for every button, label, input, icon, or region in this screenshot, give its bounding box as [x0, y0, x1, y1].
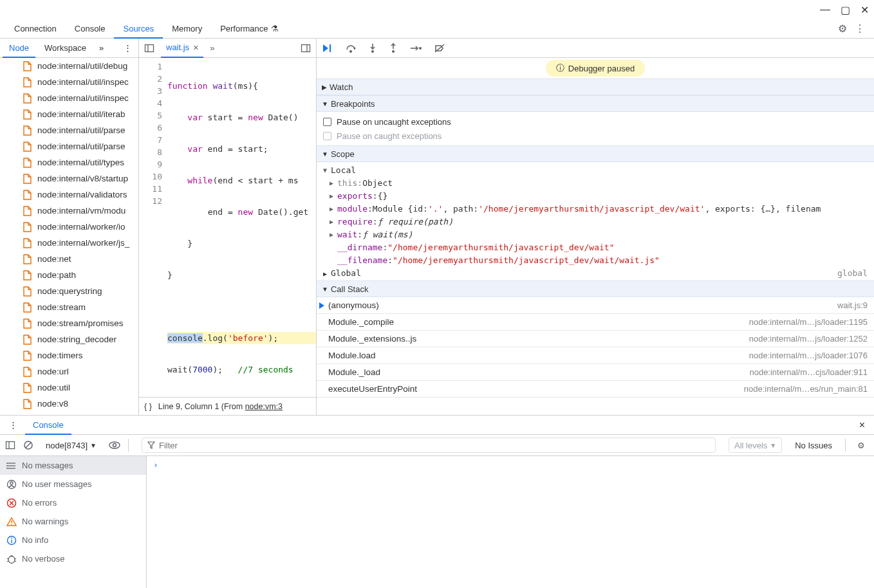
- file-tree-item[interactable]: node:internal/util/types: [0, 154, 138, 170]
- file-tree-item[interactable]: node:timers: [0, 347, 138, 363]
- file-tree-item[interactable]: node:net: [0, 251, 138, 267]
- drawer-menu-icon[interactable]: ⋮: [5, 420, 21, 430]
- file-tree-item[interactable]: node:internal/util/iterab: [0, 106, 138, 122]
- context-selector[interactable]: node[8743]▼: [41, 439, 101, 452]
- file-tree-item[interactable]: node:internal/util/inspec: [0, 90, 138, 106]
- editor-tab-waitjs[interactable]: wait.js ×: [161, 39, 203, 58]
- tab-performance[interactable]: Performance⚗: [211, 19, 287, 39]
- file-tree-item[interactable]: node:url: [0, 363, 138, 380]
- deactivate-breakpoints-button[interactable]: [434, 43, 445, 53]
- file-icon: [23, 93, 32, 104]
- callstack-frame[interactable]: (anonymous)wait.js:9: [317, 297, 874, 314]
- tab-console[interactable]: Console: [66, 19, 115, 39]
- step-into-button[interactable]: [368, 43, 377, 53]
- callstack-frame[interactable]: Module._compilenode:internal/m…js/loader…: [317, 314, 874, 331]
- scope-wait[interactable]: ▶wait: ƒ wait(ms): [317, 228, 874, 241]
- drawer-tab-console[interactable]: Console: [25, 416, 71, 435]
- filter-field[interactable]: [159, 441, 710, 450]
- step-button[interactable]: [409, 43, 422, 53]
- navtab-overflow[interactable]: »: [95, 43, 107, 53]
- file-tree-item[interactable]: node:path: [0, 267, 138, 283]
- tab-memory[interactable]: Memory: [163, 19, 211, 39]
- file-tree-item[interactable]: node:vm: [0, 412, 138, 415]
- file-tree-item[interactable]: node:internal/v8/startup: [0, 170, 138, 187]
- toggle-debugger-icon[interactable]: [298, 43, 313, 53]
- resume-button[interactable]: [322, 43, 333, 53]
- scope-exports[interactable]: ▶exports: {}: [317, 189, 874, 202]
- message-filter-row[interactable]: No info: [0, 531, 146, 549]
- message-filter-label: No errors: [22, 498, 57, 508]
- filter-input[interactable]: [142, 437, 716, 453]
- message-filter-row[interactable]: No messages: [0, 456, 146, 475]
- file-tree-item[interactable]: node:internal/worker/js_: [0, 235, 138, 251]
- breakpoints-section-header[interactable]: ▼Breakpoints: [317, 95, 874, 112]
- file-tree-item[interactable]: node:internal/vm/modu: [0, 203, 138, 219]
- file-tree[interactable]: node:internal/util/debugnode:internal/ut…: [0, 58, 138, 415]
- callstack-frame[interactable]: executeUserEntryPointnode:internal/m…es/…: [317, 381, 874, 398]
- console-output[interactable]: ›: [147, 456, 874, 588]
- file-tree-item[interactable]: node:v8: [0, 396, 138, 412]
- file-tree-item[interactable]: node:util: [0, 380, 138, 396]
- minimize-button[interactable]: —: [820, 4, 830, 15]
- svg-rect-2: [302, 44, 310, 51]
- toggle-navigator-icon[interactable]: [142, 43, 157, 53]
- watch-section-header[interactable]: ▶Watch: [317, 78, 874, 95]
- editor-tab-overflow[interactable]: »: [207, 43, 217, 53]
- console-settings-icon[interactable]: ⚙: [853, 441, 869, 450]
- close-drawer-icon[interactable]: ×: [855, 419, 869, 431]
- file-tree-item[interactable]: node:string_decoder: [0, 331, 138, 347]
- file-tree-item[interactable]: node:stream: [0, 299, 138, 315]
- step-out-button[interactable]: [389, 43, 398, 53]
- close-tab-icon[interactable]: ×: [193, 42, 198, 53]
- message-filter-row[interactable]: No verbose: [0, 549, 146, 568]
- close-window-button[interactable]: ✕: [860, 4, 869, 16]
- frame-location: wait.js:9: [837, 300, 868, 310]
- callstack-frame[interactable]: Module._extensions..jsnode:internal/m…js…: [317, 331, 874, 347]
- file-tree-item[interactable]: node:internal/util/inspec: [0, 74, 138, 90]
- file-tree-item[interactable]: node:internal/validators: [0, 187, 138, 203]
- navtab-node[interactable]: Node: [3, 39, 35, 58]
- code-editor[interactable]: 123456789101112 function wait(ms){ var s…: [139, 58, 316, 397]
- file-tree-item[interactable]: node:stream/promises: [0, 315, 138, 331]
- tab-sources[interactable]: Sources: [114, 19, 163, 39]
- file-tree-item[interactable]: node:internal/worker/io: [0, 219, 138, 235]
- svg-line-16: [26, 443, 31, 448]
- scope-module[interactable]: ▶module: Module {id: '.', path: '/home/j…: [317, 202, 874, 215]
- code-area[interactable]: function wait(ms){ var start = new Date(…: [167, 58, 316, 397]
- checkbox-icon[interactable]: [323, 118, 331, 126]
- live-expression-icon[interactable]: [109, 441, 120, 449]
- tab-connection[interactable]: Connection: [5, 19, 66, 39]
- pause-uncaught-row[interactable]: Pause on uncaught exceptions: [323, 115, 868, 129]
- scope-this[interactable]: ▶this: Object: [317, 176, 874, 189]
- kebab-menu-icon[interactable]: ⋮: [851, 23, 869, 35]
- callstack-frame[interactable]: Module._loadnode:internal/m…cjs/loader:9…: [317, 364, 874, 381]
- maximize-button[interactable]: ▢: [841, 4, 850, 16]
- callstack-frame[interactable]: Module.loadnode:internal/m…js/loader:107…: [317, 347, 874, 364]
- braces-icon[interactable]: { }: [144, 402, 152, 411]
- file-label: node:internal/util/inspec: [37, 93, 129, 103]
- settings-icon[interactable]: ⚙: [834, 23, 851, 35]
- clear-console-icon[interactable]: [23, 440, 33, 450]
- svg-point-35: [8, 556, 15, 563]
- message-type-icon: [6, 535, 17, 546]
- source-origin-link[interactable]: node:vm:3: [245, 402, 283, 411]
- file-tree-item[interactable]: node:internal/util/debug: [0, 58, 138, 74]
- issues-indicator[interactable]: No Issues: [790, 441, 837, 450]
- navtab-workspace[interactable]: Workspace: [38, 39, 93, 58]
- scope-require[interactable]: ▶require: ƒ require(path): [317, 215, 874, 228]
- toggle-sidebar-icon[interactable]: [5, 440, 15, 450]
- message-filter-row[interactable]: No user messages: [0, 475, 146, 493]
- file-tree-item[interactable]: node:internal/util/parse: [0, 122, 138, 138]
- scope-global[interactable]: ▶ Globalglobal: [317, 266, 874, 279]
- message-filter-row[interactable]: No errors: [0, 493, 146, 512]
- scope-section-header[interactable]: ▼Scope: [317, 145, 874, 162]
- step-over-button[interactable]: [345, 43, 357, 53]
- file-tree-item[interactable]: node:querystring: [0, 283, 138, 299]
- callstack-section-header[interactable]: ▼Call Stack: [317, 280, 874, 297]
- message-filter-row[interactable]: No warnings: [0, 512, 146, 531]
- log-levels-selector[interactable]: All levels▼: [729, 437, 782, 453]
- message-type-icon: [6, 517, 17, 527]
- scope-local[interactable]: ▼Local: [317, 163, 874, 176]
- file-tree-item[interactable]: node:internal/util/parse: [0, 138, 138, 154]
- navtab-menu-icon[interactable]: ⋮: [120, 43, 136, 53]
